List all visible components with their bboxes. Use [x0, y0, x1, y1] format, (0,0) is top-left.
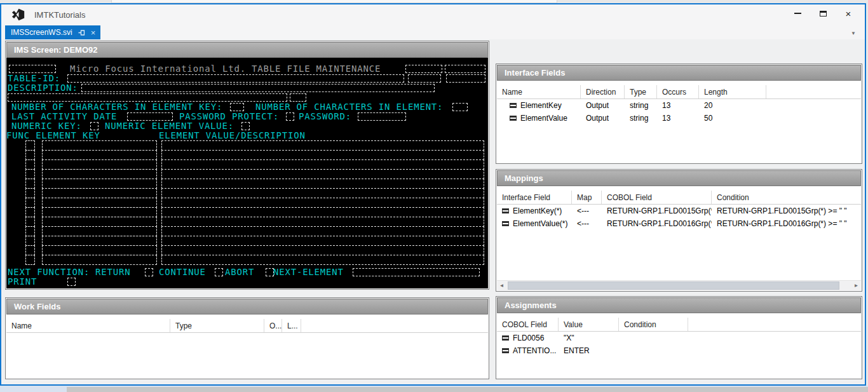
terminal-field[interactable] — [42, 198, 157, 208]
column-header-value[interactable]: Value — [559, 318, 619, 331]
terminal-field[interactable] — [358, 112, 406, 121]
terminal-field[interactable] — [25, 207, 35, 217]
column-header-occurs[interactable]: O... — [264, 319, 282, 332]
terminal-field[interactable] — [161, 207, 484, 217]
terminal-field[interactable] — [445, 65, 485, 73]
interface-fields-column-headers: Name Direction Type Occurs Length — [497, 85, 861, 99]
tab-imsscreenws[interactable]: IMSScreenWS.svi × — [5, 25, 100, 39]
column-header-type[interactable]: Type — [625, 85, 657, 98]
scroll-right-icon[interactable]: ► — [851, 281, 861, 290]
terminal-field[interactable] — [161, 169, 484, 179]
terminal-field[interactable] — [405, 65, 442, 73]
terminal-field[interactable] — [161, 188, 484, 198]
terminal-field[interactable] — [42, 140, 157, 151]
terminal-field[interactable] — [290, 93, 306, 102]
column-header-condition[interactable]: Condition — [619, 318, 688, 331]
pin-icon[interactable] — [78, 29, 85, 36]
terminal-field[interactable] — [452, 103, 468, 111]
column-header-map[interactable]: Map — [572, 191, 602, 204]
column-header-length[interactable]: L... — [282, 319, 301, 332]
terminal-field[interactable] — [215, 268, 223, 276]
terminal-field[interactable] — [25, 226, 35, 236]
terminal-field[interactable] — [25, 169, 35, 179]
terminal-field[interactable] — [67, 74, 404, 83]
terminal-field[interactable] — [446, 74, 485, 83]
terminal-field[interactable] — [42, 179, 157, 189]
terminal-field[interactable] — [161, 255, 484, 265]
minimize-button[interactable] — [790, 7, 805, 20]
terminal-field[interactable] — [25, 188, 35, 198]
document-list-dropdown-icon[interactable]: ▼ — [851, 30, 856, 36]
column-header-interface-field[interactable]: Interface Field — [497, 191, 572, 204]
table-row[interactable]: ElementKey Output string 13 20 — [497, 99, 861, 112]
column-header-condition[interactable]: Condition — [712, 191, 861, 204]
terminal-field[interactable] — [161, 226, 484, 236]
scroll-left-icon[interactable]: ◄ — [497, 281, 506, 290]
terminal-field[interactable] — [67, 278, 76, 286]
close-button[interactable]: × — [841, 7, 856, 20]
designer-content: IMS Screen: DEMO92 Micro Focus Internati… — [1, 39, 865, 384]
column-header-type[interactable]: Type — [170, 319, 264, 332]
terminal-field[interactable] — [25, 140, 35, 151]
terminal-field[interactable] — [25, 198, 35, 208]
terminal-field[interactable] — [127, 112, 173, 121]
tab-close-icon[interactable]: × — [91, 29, 96, 37]
column-header-direction[interactable]: Direction — [581, 85, 625, 98]
terminal-field[interactable] — [353, 268, 480, 276]
mappings-panel: Mappings Interface Field Map COBOL Field… — [496, 169, 862, 292]
terminal-field[interactable] — [42, 245, 157, 255]
terminal-field[interactable] — [42, 207, 157, 217]
terminal-field[interactable] — [42, 255, 157, 265]
column-header-name[interactable]: Name — [497, 85, 581, 98]
terminal-field[interactable] — [25, 245, 35, 255]
terminal-grid-row — [6, 179, 488, 188]
terminal-field[interactable] — [161, 198, 484, 208]
terminal-field[interactable] — [25, 236, 35, 246]
terminal-field[interactable] — [286, 112, 294, 121]
terminal-field[interactable] — [230, 103, 244, 111]
terminal-field[interactable] — [25, 159, 35, 170]
terminal-field[interactable] — [161, 236, 484, 246]
column-header-cobol-field[interactable]: COBOL Field — [497, 318, 559, 331]
terminal-field[interactable] — [408, 74, 441, 83]
terminal-field[interactable] — [90, 122, 98, 130]
terminal-field[interactable] — [42, 236, 157, 246]
terminal-field[interactable] — [161, 217, 484, 227]
field-icon — [510, 116, 517, 121]
terminal-field[interactable] — [42, 226, 157, 236]
terminal-field[interactable] — [42, 217, 157, 227]
terminal-field[interactable] — [145, 268, 153, 276]
terminal-field[interactable] — [161, 150, 484, 160]
terminal-field[interactable] — [42, 159, 157, 170]
column-header-cobol-field[interactable]: COBOL Field — [602, 191, 712, 204]
table-row[interactable]: ElementValue Output string 13 50 — [497, 112, 861, 125]
terminal-field[interactable] — [8, 93, 287, 102]
table-row[interactable]: ATTENTIO... ENTER — [497, 344, 861, 357]
terminal-field[interactable] — [161, 140, 484, 151]
terminal-field[interactable] — [81, 84, 435, 92]
table-row[interactable]: FLD0056 "X" — [497, 332, 861, 344]
column-header-name[interactable]: Name — [6, 319, 170, 332]
maximize-button[interactable] — [815, 7, 831, 20]
scrollbar-thumb[interactable] — [508, 281, 839, 290]
cell-value: "X" — [564, 334, 574, 342]
column-header-length[interactable]: Length — [699, 85, 766, 98]
terminal-field[interactable] — [241, 122, 250, 130]
terminal-field[interactable] — [42, 150, 157, 160]
terminal-field[interactable] — [42, 188, 157, 198]
terminal-field[interactable] — [161, 245, 484, 255]
terminal-field[interactable] — [42, 169, 157, 179]
column-header-occurs[interactable]: Occurs — [657, 85, 699, 98]
table-row[interactable]: ElementValue(*) <--- RETURN-GRP1.FLD0016… — [497, 217, 861, 230]
tab-label: IMSScreenWS.svi — [11, 28, 72, 37]
terminal-field[interactable] — [9, 65, 56, 73]
terminal-field[interactable] — [25, 217, 35, 227]
terminal-field[interactable] — [25, 255, 35, 265]
terminal-field[interactable] — [25, 179, 35, 189]
terminal-field[interactable] — [161, 179, 484, 189]
table-row[interactable]: ElementKey(*) <--- RETURN-GRP1.FLD0015Gr… — [497, 205, 861, 217]
cell-direction: Output — [586, 114, 609, 123]
horizontal-scrollbar[interactable]: ◄ ► — [497, 280, 861, 290]
terminal-field[interactable] — [25, 150, 35, 160]
terminal-field[interactable] — [161, 159, 484, 170]
